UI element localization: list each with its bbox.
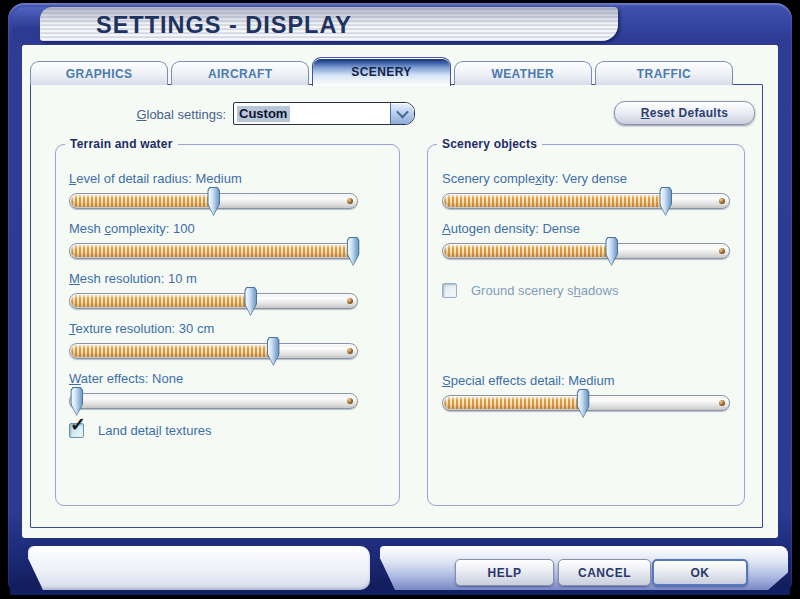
tab-bar: GRAPHICS AIRCRAFT SCENERY WEATHER TRAFFI… bbox=[30, 57, 733, 85]
page-title: SETTINGS - DISPLAY bbox=[96, 11, 352, 39]
tab-aircraft[interactable]: AIRCRAFT bbox=[171, 61, 309, 85]
ok-button[interactable]: OK bbox=[652, 559, 748, 586]
cancel-button[interactable]: CANCEL bbox=[558, 559, 651, 586]
tab-scenery[interactable]: SCENERY bbox=[312, 57, 450, 86]
tab-panel-border bbox=[30, 84, 763, 528]
settings-display-dialog: SETTINGS - DISPLAY GRAPHICS AIRCRAFT SCE… bbox=[0, 0, 800, 599]
dialog-titlebar: SETTINGS - DISPLAY bbox=[40, 7, 618, 41]
tab-graphics[interactable]: GRAPHICS bbox=[30, 61, 168, 85]
tab-weather[interactable]: WEATHER bbox=[454, 61, 592, 85]
footer-left-panel bbox=[28, 546, 370, 590]
help-button[interactable]: HELP bbox=[455, 559, 554, 586]
tab-traffic[interactable]: TRAFFIC bbox=[595, 61, 733, 85]
